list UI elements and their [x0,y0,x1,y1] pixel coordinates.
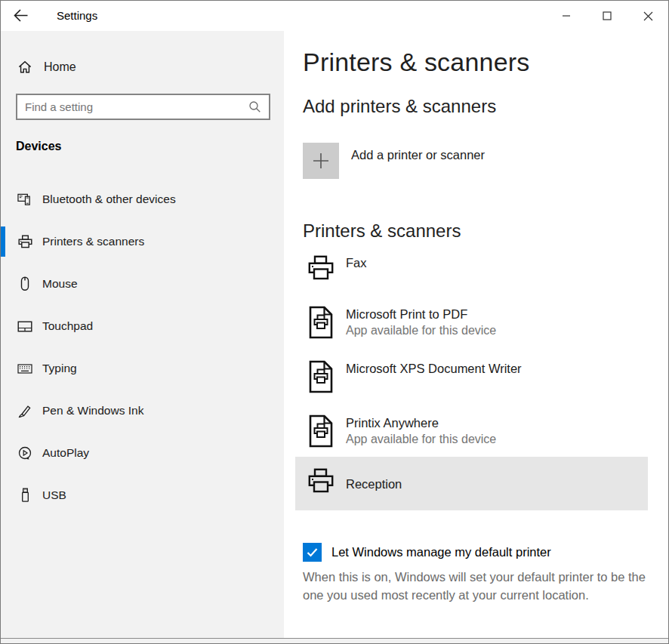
devices-icon [17,192,32,207]
checkbox-checked [303,543,322,562]
printer-icon [17,234,32,249]
autoplay-icon [17,445,32,461]
printer-row-reception[interactable]: Reception [295,457,648,510]
printer-list: Fax Microsoft Print to PDF App [295,250,648,510]
printer-name: Printix Anywhere [346,414,496,431]
manage-default-printer-description: When this is on, Windows will set your d… [303,569,656,604]
checkmark-icon [305,545,319,559]
maximize-icon [603,11,612,20]
close-button[interactable] [627,1,668,31]
sidebar-item-label: Touchpad [42,319,93,333]
maximize-button[interactable] [587,1,627,31]
add-section-heading: Add printers & scanners [303,96,496,117]
search-icon [248,100,261,113]
sidebar-item-home[interactable]: Home [1,54,284,81]
usb-icon [17,488,32,503]
sidebar-item-printers[interactable]: Printers & scanners [1,226,284,257]
manage-default-printer-checkbox[interactable]: Let Windows manage my default printer [303,543,551,562]
back-arrow-icon [11,7,37,25]
sidebar-item-label: Printers & scanners [42,235,144,248]
printer-icon [307,467,335,501]
pen-icon [17,403,32,418]
home-icon [17,60,32,75]
main-content: Printers & scanners Add printers & scann… [284,31,668,639]
printer-row-xps-writer[interactable]: Microsoft XPS Document Writer [295,356,648,410]
back-button[interactable] [11,4,37,28]
sidebar-item-mouse[interactable]: Mouse [1,269,284,299]
sidebar: Home Devices [1,31,284,639]
plus-icon [303,143,339,179]
manage-default-printer-label: Let Windows manage my default printer [331,545,551,559]
printer-row-printix[interactable]: Printix Anywhere App available for this … [295,410,648,457]
selection-accent-bar [1,226,5,257]
sidebar-item-label: Typing [42,362,77,375]
mouse-icon [17,276,32,291]
sidebar-item-label: Home [44,60,76,74]
printer-name: Reception [346,476,402,492]
search-input[interactable] [17,100,248,113]
sidebar-item-usb[interactable]: USB [1,480,284,510]
sidebar-item-label: Bluetooth & other devices [42,193,176,206]
sidebar-item-label: AutoPlay [42,446,89,460]
settings-window: Settings [0,0,669,644]
printer-row-fax[interactable]: Fax [295,250,648,301]
minimize-icon [562,11,571,20]
printer-name: Fax [346,254,367,271]
keyboard-icon [17,361,32,376]
page-title: Printers & scanners [303,48,529,77]
printer-document-icon [307,306,335,339]
add-printer-label: Add a printer or scanner [351,148,485,179]
search-box [16,94,270,120]
sidebar-nav: Bluetooth & other devices Printers & sca… [1,184,284,522]
sidebar-item-label: Mouse [42,277,78,291]
sidebar-item-label: USB [42,488,66,502]
sidebar-item-pen[interactable]: Pen & Windows Ink [1,396,284,426]
close-icon [643,11,653,21]
printer-name: Microsoft Print to PDF [346,306,496,322]
touchpad-icon [17,319,32,334]
printer-status: App available for this device [346,431,496,448]
printers-section-heading: Printers & scanners [303,220,461,242]
add-printer-button[interactable]: Add a printer or scanner [303,143,485,179]
titlebar: Settings [1,1,668,31]
sidebar-section-heading: Devices [16,140,62,153]
sidebar-item-typing[interactable]: Typing [1,353,284,384]
window-controls [546,1,668,31]
printer-document-icon [307,360,335,393]
minimize-button[interactable] [546,1,587,31]
sidebar-item-touchpad[interactable]: Touchpad [1,311,284,341]
sidebar-item-bluetooth[interactable]: Bluetooth & other devices [1,184,284,214]
sidebar-item-autoplay[interactable]: AutoPlay [1,438,284,468]
window-bottom-edge [1,638,668,643]
sidebar-item-label: Pen & Windows Ink [42,404,143,418]
printer-name: Microsoft XPS Document Writer [346,360,522,377]
printer-icon [307,254,335,288]
printer-status: App available for this device [346,322,496,339]
printer-row-print-to-pdf[interactable]: Microsoft Print to PDF App available for… [295,301,648,356]
window-title: Settings [57,1,97,31]
printer-document-icon [307,414,335,448]
